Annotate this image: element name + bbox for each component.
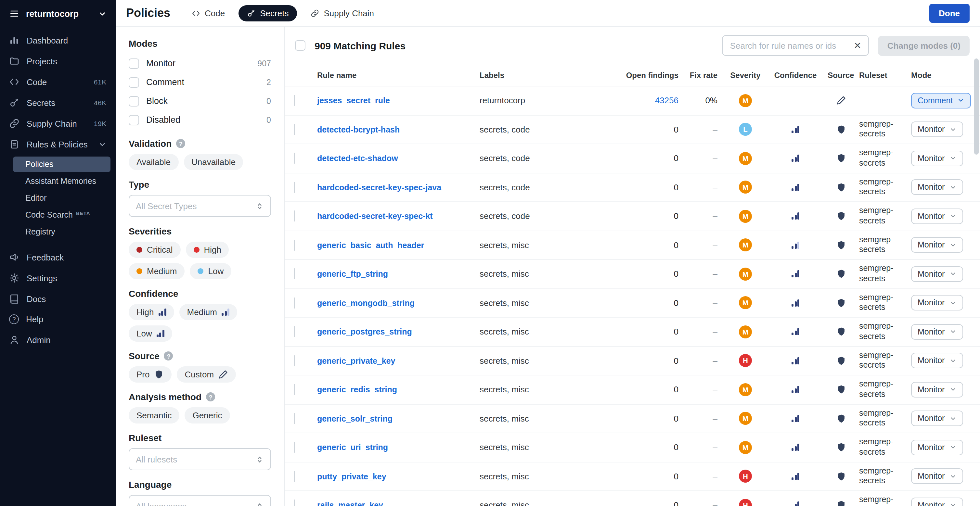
tab-code[interactable]: Code: [183, 5, 233, 21]
mode-select[interactable]: Monitor: [911, 440, 963, 455]
filter-pill-low[interactable]: Low: [190, 263, 232, 279]
mode-select[interactable]: Monitor: [911, 266, 963, 282]
sidebar-item-feedback[interactable]: Feedback: [0, 247, 116, 268]
checkbox[interactable]: [129, 96, 139, 106]
mode-select[interactable]: Monitor: [911, 469, 963, 484]
rule-name-link[interactable]: generic_ftp_string: [317, 270, 388, 279]
done-button[interactable]: Done: [929, 3, 970, 22]
mode-select[interactable]: Monitor: [911, 382, 963, 398]
rule-name-link[interactable]: detected-bcrypt-hash: [317, 125, 400, 135]
rule-name-link[interactable]: generic_redis_string: [317, 385, 397, 395]
sidebar-item-settings[interactable]: Settings: [0, 268, 116, 289]
filter-pill-generic[interactable]: Generic: [185, 407, 230, 424]
row-checkbox[interactable]: [294, 413, 295, 424]
filter-pill-pro[interactable]: Pro: [129, 366, 172, 382]
change-modes-button[interactable]: Change modes (0): [878, 35, 970, 56]
filter-pill-confidence-high[interactable]: High: [129, 304, 174, 320]
mode-select[interactable]: Monitor: [911, 498, 963, 506]
rule-name-link[interactable]: generic_postgres_string: [317, 328, 412, 337]
row-checkbox[interactable]: [294, 298, 295, 309]
row-checkbox[interactable]: [294, 269, 295, 280]
row-checkbox[interactable]: [294, 95, 295, 106]
vertical-scrollbar[interactable]: [974, 59, 979, 155]
checkbox[interactable]: [129, 115, 139, 125]
tab-secrets[interactable]: Secrets: [239, 5, 297, 21]
rule-name-link[interactable]: generic_solr_string: [317, 414, 393, 424]
search-input[interactable]: [729, 40, 853, 51]
row-checkbox[interactable]: [294, 384, 295, 395]
sidebar-item-docs[interactable]: Docs: [0, 289, 116, 309]
filter-pill-confidence-low[interactable]: Low: [129, 325, 172, 342]
select-all-checkbox[interactable]: [295, 40, 305, 51]
row-checkbox[interactable]: [294, 240, 295, 251]
row-checkbox[interactable]: [294, 327, 295, 338]
help-icon[interactable]: ?: [164, 351, 173, 360]
filter-pill-critical[interactable]: Critical: [129, 242, 180, 258]
mode-select[interactable]: Monitor: [911, 324, 963, 340]
row-checkbox[interactable]: [294, 153, 295, 164]
filter-pill-medium[interactable]: Medium: [129, 263, 185, 279]
rule-name-link[interactable]: putty_private_key: [317, 472, 387, 481]
filter-mode-disabled[interactable]: Disabled 0: [129, 110, 271, 129]
sidebar-subitem-editor[interactable]: Editor: [13, 190, 110, 206]
filter-pill-confidence-medium[interactable]: Medium: [179, 304, 237, 320]
sidebar-item-supply-chain[interactable]: Supply Chain 19K: [0, 113, 116, 134]
ruleset-select[interactable]: All rulesets: [129, 448, 271, 470]
filter-pill-unavailable[interactable]: Unavailable: [184, 154, 243, 170]
hamburger-menu-icon[interactable]: [9, 8, 19, 19]
row-checkbox[interactable]: [294, 182, 295, 193]
filter-pill-custom[interactable]: Custom: [177, 366, 236, 382]
sidebar-item-secrets[interactable]: Secrets 46K: [0, 92, 116, 113]
filter-mode-monitor[interactable]: Monitor 907: [129, 54, 271, 73]
sidebar-item-help[interactable]: ? Help: [0, 309, 116, 329]
sidebar-subitem-registry[interactable]: Registry: [13, 224, 110, 240]
rule-name-link[interactable]: generic_basic_auth_header: [317, 241, 424, 250]
mode-select[interactable]: Monitor: [911, 179, 963, 195]
checkbox[interactable]: [129, 77, 139, 87]
row-checkbox[interactable]: [294, 500, 295, 506]
row-checkbox[interactable]: [294, 355, 295, 366]
rule-name-link[interactable]: generic_private_key: [317, 357, 395, 366]
mode-select[interactable]: Monitor: [911, 151, 963, 166]
filter-pill-high[interactable]: High: [186, 242, 229, 258]
mode-select[interactable]: Monitor: [911, 411, 963, 427]
help-icon[interactable]: ?: [206, 392, 215, 401]
org-switcher[interactable]: returntocorp: [0, 0, 116, 26]
rule-name-link[interactable]: rails_master_key: [317, 501, 383, 506]
mode-select[interactable]: Comment: [911, 93, 971, 108]
sidebar-item-projects[interactable]: Projects: [0, 51, 116, 71]
help-icon[interactable]: ?: [176, 139, 185, 148]
sidebar-item-code[interactable]: Code 61K: [0, 71, 116, 92]
row-checkbox[interactable]: [294, 211, 295, 222]
language-select[interactable]: All languages: [129, 495, 271, 506]
filter-mode-block[interactable]: Block 0: [129, 92, 271, 110]
mode-select[interactable]: Monitor: [911, 295, 963, 311]
rule-name-link[interactable]: detected-etc-shadow: [317, 154, 398, 163]
mode-select[interactable]: Monitor: [911, 353, 963, 369]
sidebar-subitem-assistant-memories[interactable]: Assistant Memories: [13, 173, 110, 189]
filter-pill-available[interactable]: Available: [129, 154, 178, 170]
tab-supply-chain[interactable]: Supply Chain: [302, 5, 382, 21]
mode-select[interactable]: Monitor: [911, 237, 963, 253]
row-checkbox[interactable]: [294, 471, 295, 482]
chevron-down-icon[interactable]: [98, 10, 107, 18]
filter-mode-comment[interactable]: Comment 2: [129, 73, 271, 92]
mode-select[interactable]: Monitor: [911, 122, 963, 137]
open-findings-link[interactable]: 43256: [655, 96, 678, 106]
sidebar-subitem-policies[interactable]: Policies: [13, 157, 110, 172]
sidebar-subitem-code-search[interactable]: Code Search BETA: [13, 207, 110, 223]
rule-name-link[interactable]: generic_uri_string: [317, 443, 388, 452]
rule-name-link[interactable]: jesses_secret_rule: [317, 97, 390, 106]
sidebar-item-dashboard[interactable]: Dashboard: [0, 30, 116, 51]
sidebar-item-rules-policies[interactable]: Rules & Policies: [0, 134, 116, 155]
mode-select[interactable]: Monitor: [911, 208, 963, 224]
rule-name-link[interactable]: hardcoded-secret-key-spec-java: [317, 183, 441, 192]
row-checkbox[interactable]: [294, 442, 295, 453]
sidebar-item-admin[interactable]: Admin: [0, 329, 116, 350]
clear-search-icon[interactable]: ✕: [852, 40, 862, 51]
row-checkbox[interactable]: [294, 124, 295, 135]
checkbox[interactable]: [129, 58, 139, 68]
filter-pill-semantic[interactable]: Semantic: [129, 407, 179, 424]
rule-name-link[interactable]: hardcoded-secret-key-spec-kt: [317, 212, 433, 221]
secret-type-select[interactable]: All Secret Types: [129, 195, 271, 217]
